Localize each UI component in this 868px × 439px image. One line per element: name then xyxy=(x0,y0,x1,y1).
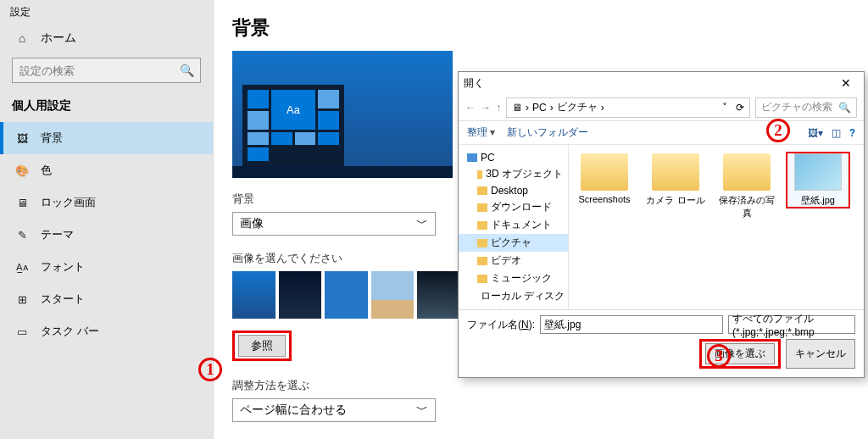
nav-start[interactable]: ⊞ スタート xyxy=(0,283,213,315)
pc-icon: 🖥 xyxy=(512,102,522,114)
tree-item-pictures[interactable]: ピクチャ xyxy=(459,234,568,252)
desktop-preview: Aa xyxy=(232,51,453,178)
lock-icon: 🖥 xyxy=(15,197,29,209)
window-title: 設定 xyxy=(0,0,213,24)
folder-icon xyxy=(477,203,487,212)
folder-icon xyxy=(477,275,487,283)
nav-fwd-icon[interactable]: → xyxy=(481,102,491,114)
chevron-down-icon[interactable]: ˅ xyxy=(722,102,727,114)
organize-button[interactable]: 整理 xyxy=(467,126,487,138)
tree-item[interactable]: ローカル ディスク (C:) xyxy=(459,287,568,305)
tree-pc[interactable]: PC xyxy=(459,150,568,165)
folder-search[interactable]: ピクチャの検索 🔍 xyxy=(755,97,857,118)
new-folder-button[interactable]: 新しいフォルダー xyxy=(507,126,588,138)
folder-icon xyxy=(477,257,487,265)
folder-search-placeholder: ピクチャの検索 xyxy=(761,100,832,114)
wallpaper-thumb[interactable] xyxy=(279,271,322,319)
file-item-wallpaper[interactable]: 壁紙.jpg xyxy=(787,153,849,207)
help-icon[interactable]: ? xyxy=(849,127,855,139)
theme-icon: ✎ xyxy=(15,229,29,242)
breadcrumb-pc[interactable]: PC xyxy=(532,102,547,114)
bg-label: 背景 xyxy=(232,192,460,207)
browse-button[interactable]: 参照 xyxy=(238,335,286,357)
view-icon[interactable]: 🖼▾ xyxy=(808,127,823,139)
palette-icon: 🎨 xyxy=(15,164,29,177)
bg-value: 画像 xyxy=(240,216,264,231)
nav-label: テーマ xyxy=(41,227,74,242)
taskbar-icon: ▭ xyxy=(15,325,29,338)
nav-label: 背景 xyxy=(41,131,63,146)
nav-label: スタート xyxy=(41,292,85,307)
nav-colors[interactable]: 🎨 色 xyxy=(0,154,213,186)
home-icon: ⌂ xyxy=(15,31,29,45)
settings-window: 設定 ⌂ ホーム 🔍 個人用設定 🖼 背景 🎨 色 🖥 ロック画面 ✎ テーマ … xyxy=(0,0,479,439)
cancel-button[interactable]: キャンセル xyxy=(786,339,855,369)
folder-icon xyxy=(581,153,628,191)
wallpaper-thumb[interactable] xyxy=(325,271,368,319)
breadcrumb[interactable]: 🖥 › PC › ピクチャ › ˅ ⟳ xyxy=(506,97,750,118)
chevron-down-icon: ﹀ xyxy=(416,403,428,418)
fit-value: ページ幅に合わせる xyxy=(240,403,347,418)
tree-item[interactable]: ドキュメント xyxy=(459,216,568,234)
dialog-titlebar: 開く ✕ xyxy=(459,72,864,94)
home-label: ホーム xyxy=(41,31,76,46)
tree-item[interactable]: Desktop xyxy=(459,183,568,198)
bg-select[interactable]: 画像 ﹀ xyxy=(232,212,436,236)
dialog-toolbar: 整理 ▾ 新しいフォルダー 🖼▾ ◫ ? xyxy=(459,121,864,145)
settings-search-input[interactable] xyxy=(19,64,172,77)
folder-icon xyxy=(652,153,699,191)
folder-icon xyxy=(477,221,487,230)
filename-label: ファイル名(N): xyxy=(467,318,535,332)
refresh-icon[interactable]: ⟳ xyxy=(736,102,744,114)
file-item-folder[interactable]: Screenshots xyxy=(574,153,635,204)
annotation-browse-highlight: 参照 xyxy=(232,331,292,361)
category-title: 個人用設定 xyxy=(0,95,213,122)
nav-fonts[interactable]: A̲ᴀ フォント xyxy=(0,251,213,283)
file-item-folder[interactable]: カメラ ロール xyxy=(645,153,706,207)
start-icon: ⊞ xyxy=(15,293,29,306)
nav-label: 色 xyxy=(41,163,52,178)
font-icon: A̲ᴀ xyxy=(15,262,29,273)
home-button[interactable]: ⌂ ホーム xyxy=(0,24,213,53)
filetype-select[interactable]: すべてのファイル (*.jpg;*.jpeg;*.bmp xyxy=(728,315,855,334)
dialog-title: 開く xyxy=(464,76,484,91)
nav-background[interactable]: 🖼 背景 xyxy=(0,122,213,154)
search-icon: 🔍 xyxy=(838,102,851,114)
annotation-circle-3: 3 xyxy=(707,344,731,368)
content-heading: 背景 xyxy=(232,15,460,41)
file-pane[interactable]: Screenshots カメラ ロール 保存済みの写真 壁紙.jpg xyxy=(569,145,864,309)
dialog-footer: ファイル名(N): すべてのファイル (*.jpg;*.jpeg;*.bmp 画… xyxy=(459,309,864,377)
wallpaper-thumbs xyxy=(232,271,460,319)
folder-tree[interactable]: PC 3D オブジェクト Desktop ダウンロード ドキュメント ピクチャ … xyxy=(459,145,569,309)
file-item-folder[interactable]: 保存済みの写真 xyxy=(716,153,777,220)
folder-icon xyxy=(477,239,487,247)
settings-sidebar: 設定 ⌂ ホーム 🔍 個人用設定 🖼 背景 🎨 色 🖥 ロック画面 ✎ テーマ … xyxy=(0,0,214,439)
tree-item[interactable]: ミュージック xyxy=(459,270,568,287)
annotation-circle-1: 1 xyxy=(198,358,222,381)
nav-back-icon[interactable]: ← xyxy=(465,102,476,114)
wallpaper-thumb[interactable] xyxy=(417,271,460,319)
preview-pane-icon[interactable]: ◫ xyxy=(832,127,841,139)
breadcrumb-folder[interactable]: ピクチャ xyxy=(557,100,598,114)
nav-up-icon[interactable]: ↑ xyxy=(496,102,501,114)
nav-label: ロック画面 xyxy=(41,195,96,210)
wallpaper-thumb[interactable] xyxy=(371,271,415,319)
close-button[interactable]: ✕ xyxy=(833,76,859,90)
folder-icon xyxy=(477,186,487,195)
settings-content: 背景 Aa 背景 画像 ﹀ 画像を選んでください xyxy=(214,0,479,439)
nav-themes[interactable]: ✎ テーマ xyxy=(0,219,213,251)
nav-label: タスク バー xyxy=(41,324,99,339)
tree-item[interactable]: 3D オブジェクト xyxy=(459,165,568,183)
tree-item[interactable]: ダウンロード xyxy=(459,198,568,216)
nav-taskbar[interactable]: ▭ タスク バー xyxy=(0,315,213,347)
filename-input[interactable] xyxy=(540,315,723,334)
fit-label: 調整方法を選ぶ xyxy=(232,378,460,393)
fit-select[interactable]: ページ幅に合わせる ﹀ xyxy=(232,398,436,422)
image-thumb xyxy=(794,153,842,191)
chevron-down-icon: ﹀ xyxy=(416,216,428,231)
search-icon: 🔍 xyxy=(180,64,193,77)
wallpaper-thumb[interactable] xyxy=(232,271,275,319)
nav-lockscreen[interactable]: 🖥 ロック画面 xyxy=(0,186,213,219)
settings-search[interactable]: 🔍 xyxy=(12,58,201,83)
tree-item[interactable]: ビデオ xyxy=(459,252,568,270)
